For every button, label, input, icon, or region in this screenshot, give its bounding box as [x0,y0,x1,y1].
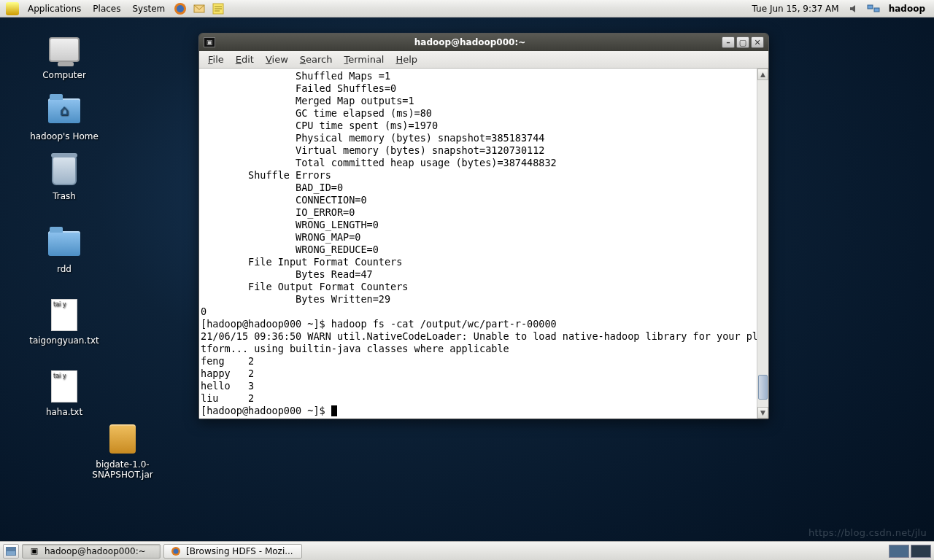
workspace-2[interactable] [911,545,931,558]
scroll-thumb[interactable] [758,375,768,400]
terminal-icon: ▣ [204,37,215,47]
icon-label: haha.txt [20,407,108,417]
desktop-icon-trash[interactable]: Trash [20,153,108,201]
clock[interactable]: Tue Jun 15, 9:37 AM [746,2,845,15]
icon-label: rdd [20,264,108,274]
notes-launcher-icon[interactable] [211,1,225,16]
icon-label: Computer [20,70,108,80]
terminal-prompt: [hadoop@hadoop000 ~]$ [201,405,331,416]
window-title: hadoop@hadoop000:~ [220,37,720,47]
watermark: https://blog.csdn.net/jlu [808,527,927,538]
workspace-1[interactable] [889,545,909,558]
show-desktop-button[interactable] [3,544,19,559]
terminal-icon: ▣ [28,546,40,556]
cursor-icon [331,405,337,416]
scroll-down-button[interactable]: ▼ [757,407,768,419]
svg-rect-4 [868,5,873,9]
minimize-button[interactable]: – [722,36,735,48]
icon-label: bigdate-1.0-SNAPSHOT.jar [79,459,166,480]
close-button[interactable]: ✕ [751,36,764,48]
top-panel: Applications Places System Tue Jun 15, 9… [0,0,934,18]
svg-rect-5 [874,8,879,12]
menu-terminal[interactable]: Terminal [339,52,390,66]
titlebar[interactable]: ▣ hadoop@hadoop000:~ – ▢ ✕ [199,34,768,51]
mail-launcher-icon[interactable] [192,1,207,16]
maximize-button[interactable]: ▢ [736,36,749,48]
svg-point-1 [177,5,184,12]
desktop-icon-home[interactable]: ⌂ hadoop's Home [20,93,108,141]
gnome-foot-icon[interactable] [5,1,20,16]
desktop-icon-rdd[interactable]: rdd [20,226,108,274]
text-file-icon: tai y [51,370,77,402]
bottom-panel: ▣ hadoop@hadoop000:~ [Browsing HDFS - Mo… [0,541,934,560]
svg-point-9 [174,548,179,553]
task-terminal[interactable]: ▣ hadoop@hadoop000:~ [22,544,161,559]
computer-icon [49,37,80,62]
menu-help[interactable]: Help [390,52,423,66]
task-label: [Browsing HDFS - Mozi... [186,546,293,556]
applications-menu[interactable]: Applications [22,2,87,15]
terminal-window: ▣ hadoop@hadoop000:~ – ▢ ✕ File Edit Vie… [198,33,769,419]
desktop-icon-computer[interactable]: Computer [20,32,108,80]
terminal-lines: Shuffled Maps =1 Failed Shuffles=0 Merge… [201,70,757,404]
desktop-icon-haha[interactable]: tai y haha.txt [20,369,108,417]
desktop-icon-jar[interactable]: bigdate-1.0-SNAPSHOT.jar [79,421,166,480]
task-label: hadoop@hadoop000:~ [45,546,146,556]
volume-icon[interactable] [847,1,862,16]
scrollbar[interactable]: ▲ ▼ [757,69,768,419]
menubar: File Edit View Search Terminal Help [199,51,768,69]
folder-icon [48,231,80,256]
workspace-switcher[interactable] [889,545,931,558]
firefox-icon [170,546,182,556]
scroll-up-button[interactable]: ▲ [757,69,768,80]
places-menu[interactable]: Places [87,2,126,15]
firefox-launcher-icon[interactable] [173,1,188,16]
svg-rect-7 [7,551,15,555]
jar-icon [109,424,136,454]
menu-edit[interactable]: Edit [230,52,260,66]
menu-search[interactable]: Search [294,52,339,66]
system-menu[interactable]: System [126,2,171,15]
icon-label: taigongyuan.txt [20,335,108,346]
user-menu[interactable]: hadoop [883,2,931,15]
home-folder-icon: ⌂ [48,98,80,123]
trash-icon [52,156,77,185]
menu-file[interactable]: File [202,52,230,66]
icon-label: hadoop's Home [20,131,108,141]
task-firefox[interactable]: [Browsing HDFS - Mozi... [163,544,302,559]
menu-view[interactable]: View [260,52,294,66]
desktop-icon-taigong[interactable]: tai y taigongyuan.txt [20,298,108,346]
network-icon[interactable] [866,1,881,16]
icon-label: Trash [20,191,108,201]
text-file-icon: tai y [51,299,77,331]
terminal-body[interactable]: Shuffled Maps =1 Failed Shuffles=0 Merge… [199,69,768,419]
terminal-output[interactable]: Shuffled Maps =1 Failed Shuffles=0 Merge… [199,69,757,419]
